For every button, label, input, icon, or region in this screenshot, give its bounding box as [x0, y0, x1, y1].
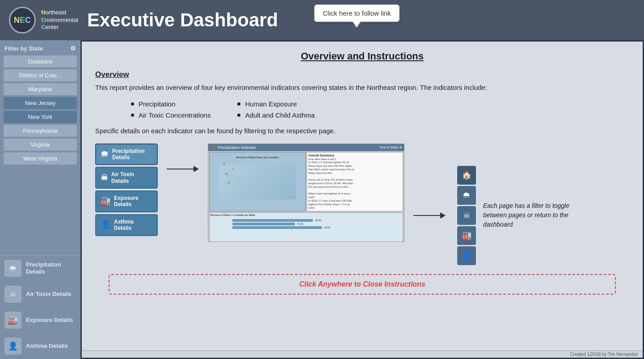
barchart-svg: 39.8% 40.6% 43.8%	[210, 217, 402, 230]
menu-btn-asthma[interactable]: 👤 Asthma Details	[95, 214, 158, 236]
exposure-icon: 🏭	[4, 312, 21, 329]
diagram-area: 🌧 Precipitation Details ☠ Air Toxin Deta…	[95, 144, 629, 265]
filter-icon: ⚙	[70, 45, 76, 52]
right-icon-btn-home[interactable]: 🏠	[457, 166, 476, 185]
arrow-connector	[167, 166, 199, 172]
menu-btn-exposure[interactable]: 🏭 Exposure Details	[95, 190, 158, 212]
preview-map-bg	[219, 164, 295, 199]
menu-btn-icon-exposure: 🏭	[101, 197, 110, 207]
right-arrow-line	[413, 215, 440, 216]
menu-btn-icon-precip: 🌧	[101, 149, 109, 159]
svg-text:43.8%: 43.8%	[324, 226, 331, 229]
state-btn-dc[interactable]: District of Colu...	[4, 69, 77, 81]
sidebar-nav-precipitation[interactable]: 🌧 Precipitation Details	[0, 255, 80, 281]
logo: NEC	[9, 7, 36, 34]
menu-btn-icon-asthma: 👤	[101, 220, 110, 230]
preview-body: Percent of Rain Days by Location Percent…	[208, 151, 404, 242]
menu-btn-icon-airtoxin: ☠	[101, 173, 108, 183]
sidebar-nav: 🌧 Precipitation Details ☠ Air Toxin Deta…	[0, 255, 80, 359]
bullet-airtoxic: Air Toxic Concentrations	[131, 111, 210, 119]
caption-text: Each page has a filter to toggle between…	[483, 201, 572, 229]
svg-text:39.8%: 39.8%	[315, 219, 322, 222]
state-btn-virginia[interactable]: Virginia	[4, 139, 77, 151]
svg-rect-11	[232, 223, 295, 225]
content-area: Overview and Instructions Overview This …	[80, 40, 644, 359]
org-line2: Environmental	[41, 17, 78, 24]
sidebar-nav-label-exposure: Exposure Details	[26, 317, 73, 324]
screenshot-preview: 🌿 Precipitation Indicator Year ▾ State ▾…	[208, 144, 404, 242]
menu-btn-precipitation[interactable]: 🌧 Precipitation Details	[95, 144, 158, 165]
filter-header: Filter by State ⚙	[0, 40, 80, 55]
menu-buttons: 🌧 Precipitation Details ☠ Air Toxin Deta…	[95, 144, 158, 236]
sidebar-nav-exposure[interactable]: 🏭 Exposure Details	[0, 307, 80, 333]
filter-label: Filter by State	[4, 45, 43, 52]
right-arrow-head	[440, 212, 446, 219]
bullet-col-right: Human Exposure Adult and Child Asthma	[237, 100, 315, 119]
header: NEC Northeast Environmental Center Execu…	[0, 0, 644, 40]
right-arrow	[413, 212, 446, 219]
svg-text:40.6%: 40.6%	[297, 223, 304, 225]
logo-text: NEC	[14, 16, 31, 24]
menu-btn-label-exposure: Exposure Details	[114, 195, 152, 208]
sidebar-nav-label-asthma: Asthma Details	[26, 342, 68, 350]
preview-controls: Year ▾ State ▾	[379, 145, 401, 149]
org-line1: Northeast	[41, 9, 78, 17]
sidebar-nav-label-precip: Precipitation Details	[26, 261, 76, 275]
bullet-label-precipitation: Precipitation	[139, 100, 176, 108]
right-icon-btns: 🏠 🌧 ☠ 🏭 👤	[457, 166, 476, 265]
sidebar: Filter by State ⚙ Delaware District of C…	[0, 40, 80, 359]
state-btn-newyork[interactable]: New York	[4, 111, 77, 123]
tooltip-bubble[interactable]: Click here to follow link	[314, 4, 400, 22]
sidebar-nav-asthma[interactable]: 👤 Asthma Details	[0, 333, 80, 359]
bullet-dot-4	[237, 114, 240, 117]
overview-text: This report provides an overview of four…	[95, 83, 629, 93]
precipitation-icon: 🌧	[4, 260, 21, 277]
svg-rect-12	[232, 226, 322, 229]
bullet-precipitation: Precipitation	[131, 100, 210, 108]
bullet-columns: Precipitation Air Toxic Concentrations H…	[131, 100, 602, 119]
overview-heading: Overview	[95, 70, 629, 79]
bullet-humanexposure: Human Exposure	[237, 100, 315, 108]
main-layout: Filter by State ⚙ Delaware District of C…	[0, 40, 644, 359]
bullet-col-left: Precipitation Air Toxic Concentrations	[131, 100, 210, 119]
menu-btn-label-airtoxin: Air Toxin Details	[111, 171, 152, 184]
asthma-icon: 👤	[4, 338, 21, 355]
footer: Created 1/2018 by Tim Hernandez	[82, 351, 643, 358]
state-btn-delaware[interactable]: Delaware	[4, 55, 77, 68]
menu-btn-label-asthma: Asthma Details	[114, 219, 152, 232]
sidebar-nav-label-airtoxin: Air Toxin Details	[26, 291, 72, 298]
bullet-dot-2	[131, 114, 134, 117]
preview-header: 🌿 Precipitation Indicator Year ▾ State ▾	[208, 144, 404, 151]
menu-btn-label-precip: Precipitation Details	[112, 148, 152, 161]
bullet-asthma: Adult and Child Asthma	[237, 111, 315, 119]
menu-btn-airtoxin[interactable]: ☠ Air Toxin Details	[95, 167, 158, 189]
preview-summary: Overall Summary How often does it rain?I…	[307, 152, 403, 212]
instructions-panel[interactable]: Overview and Instructions Overview This …	[82, 42, 643, 351]
right-icon-btn-precip[interactable]: 🌧	[457, 186, 476, 205]
svg-rect-10	[232, 219, 313, 222]
instructions-title: Overview and Instructions	[95, 51, 629, 62]
preview-logo: 🌿	[211, 145, 216, 150]
specific-text: Specific details on each indicator can b…	[95, 127, 629, 135]
preview-barchart: Percent of Rain > 2 inches by State 39.8…	[209, 212, 403, 241]
state-btn-westvirginia[interactable]: West Virginia	[4, 152, 77, 165]
bullet-label-humanexposure: Human Exposure	[245, 100, 297, 108]
state-btn-maryland[interactable]: Maryland	[4, 83, 77, 95]
right-icon-btn-exposure[interactable]: 🏭	[457, 226, 476, 245]
bullet-label-airtoxic: Air Toxic Concentrations	[139, 111, 210, 119]
close-instructions-btn[interactable]: Click Anywhere to Close Instructions	[109, 274, 616, 295]
state-btn-pennsylvania[interactable]: Pennsylvania	[4, 125, 77, 137]
preview-title: Precipitation Indicator	[218, 145, 257, 150]
right-icon-btn-toxin[interactable]: ☠	[457, 206, 476, 225]
bullet-label-asthma: Adult and Child Asthma	[245, 111, 315, 119]
airtoxin-icon: ☠	[4, 286, 21, 303]
preview-map: Percent of Rain Days by Location	[209, 152, 306, 212]
arrow-head	[194, 166, 199, 172]
bullet-dot-1	[131, 102, 134, 106]
state-btn-newjersey[interactable]: New Jersey	[4, 97, 77, 109]
org-line3: Center	[41, 24, 78, 31]
sidebar-nav-airtoxin[interactable]: ☠ Air Toxin Details	[0, 281, 80, 307]
right-icon-btn-asthma[interactable]: 👤	[457, 246, 476, 265]
bullet-dot-3	[237, 102, 240, 106]
right-section: 🏠 🌧 ☠ 🏭 👤 Each page has a filter to togg…	[413, 166, 572, 265]
